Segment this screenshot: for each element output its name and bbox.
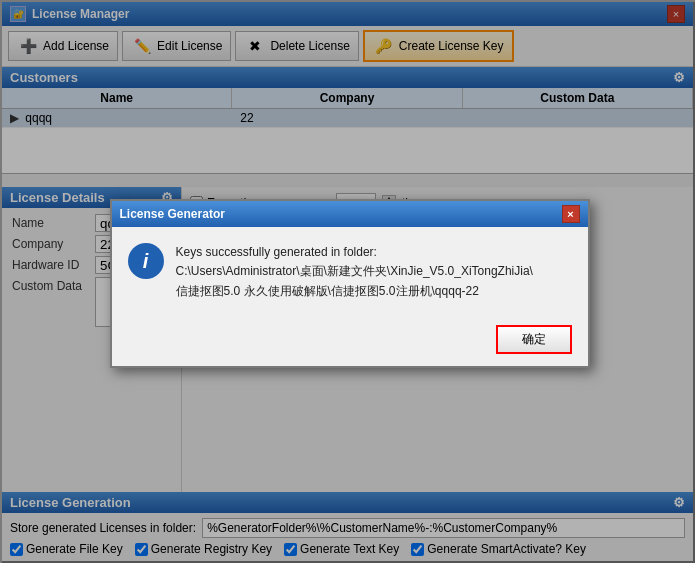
- dialog-info-icon: i: [128, 243, 164, 279]
- dialog-close-button[interactable]: ×: [562, 205, 580, 223]
- dialog-message: Keys successfully generated in folder: C…: [176, 243, 533, 301]
- dialog-overlay: License Generator × i Keys successfully …: [2, 2, 695, 563]
- dialog-footer: 确定: [112, 317, 588, 366]
- dialog-ok-button[interactable]: 确定: [496, 325, 572, 354]
- dialog-body: i Keys successfully generated in folder:…: [112, 227, 588, 317]
- dialog-title-bar: License Generator ×: [112, 201, 588, 227]
- license-generator-dialog: License Generator × i Keys successfully …: [110, 199, 590, 368]
